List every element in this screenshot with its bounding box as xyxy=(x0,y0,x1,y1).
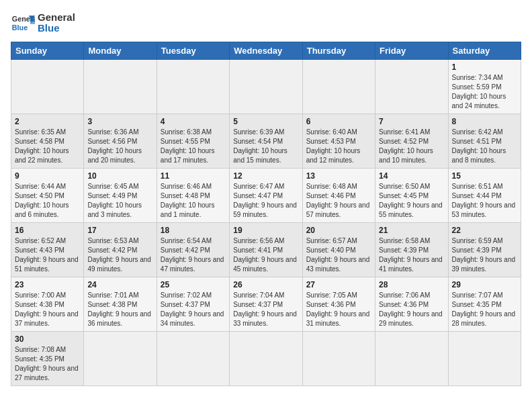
calendar-cell: 26Sunrise: 7:04 AM Sunset: 4:37 PM Dayli… xyxy=(230,277,302,332)
logo-blue: Blue xyxy=(38,23,75,34)
day-info: Sunrise: 6:39 AM Sunset: 4:54 PM Dayligh… xyxy=(233,128,298,165)
calendar-cell xyxy=(375,332,448,386)
calendar-cell xyxy=(230,60,302,114)
weekday-header-sunday: Sunday xyxy=(11,42,84,60)
calendar-cell: 20Sunrise: 6:57 AM Sunset: 4:40 PM Dayli… xyxy=(302,223,375,277)
day-info: Sunrise: 7:04 AM Sunset: 4:37 PM Dayligh… xyxy=(233,291,298,328)
day-info: Sunrise: 7:08 AM Sunset: 4:35 PM Dayligh… xyxy=(15,345,80,383)
weekday-header-wednesday: Wednesday xyxy=(230,42,302,60)
day-info: Sunrise: 6:35 AM Sunset: 4:58 PM Dayligh… xyxy=(15,128,80,165)
calendar-cell xyxy=(375,60,448,114)
calendar-cell xyxy=(230,332,302,386)
day-number: 25 xyxy=(161,280,226,289)
calendar-cell: 8Sunrise: 6:42 AM Sunset: 4:51 PM Daylig… xyxy=(448,114,521,169)
day-info: Sunrise: 7:06 AM Sunset: 4:36 PM Dayligh… xyxy=(379,291,444,328)
calendar-cell: 21Sunrise: 6:58 AM Sunset: 4:39 PM Dayli… xyxy=(375,223,448,277)
day-number: 30 xyxy=(15,334,80,344)
calendar-cell: 7Sunrise: 6:41 AM Sunset: 4:52 PM Daylig… xyxy=(375,114,448,169)
calendar-header: SundayMondayTuesdayWednesdayThursdayFrid… xyxy=(11,42,521,60)
day-info: Sunrise: 6:41 AM Sunset: 4:52 PM Dayligh… xyxy=(379,128,444,165)
calendar-week-row: 1Sunrise: 7:34 AM Sunset: 5:59 PM Daylig… xyxy=(11,60,521,114)
day-number: 23 xyxy=(15,280,80,289)
day-info: Sunrise: 6:56 AM Sunset: 4:41 PM Dayligh… xyxy=(233,236,298,274)
calendar-cell xyxy=(11,60,84,114)
day-info: Sunrise: 6:46 AM Sunset: 4:48 PM Dayligh… xyxy=(161,182,226,220)
day-number: 18 xyxy=(161,226,226,235)
calendar-cell: 11Sunrise: 6:46 AM Sunset: 4:48 PM Dayli… xyxy=(157,169,229,223)
calendar-cell: 23Sunrise: 7:00 AM Sunset: 4:38 PM Dayli… xyxy=(11,277,84,332)
day-number: 27 xyxy=(306,280,371,289)
calendar-cell: 30Sunrise: 7:08 AM Sunset: 4:35 PM Dayli… xyxy=(11,332,84,386)
day-info: Sunrise: 6:53 AM Sunset: 4:42 PM Dayligh… xyxy=(87,236,152,274)
day-info: Sunrise: 6:48 AM Sunset: 4:46 PM Dayligh… xyxy=(306,182,371,220)
day-number: 17 xyxy=(87,226,152,235)
calendar-cell: 4Sunrise: 6:38 AM Sunset: 4:55 PM Daylig… xyxy=(157,114,229,169)
calendar-week-row: 9Sunrise: 6:44 AM Sunset: 4:50 PM Daylig… xyxy=(11,169,521,223)
day-number: 22 xyxy=(452,226,517,235)
day-number: 24 xyxy=(87,280,152,289)
day-number: 21 xyxy=(379,226,444,235)
day-number: 29 xyxy=(452,280,517,289)
calendar-cell: 28Sunrise: 7:06 AM Sunset: 4:36 PM Dayli… xyxy=(375,277,448,332)
logo-icon: General Blue xyxy=(11,11,35,35)
calendar-cell: 12Sunrise: 6:47 AM Sunset: 4:47 PM Dayli… xyxy=(230,169,302,223)
day-number: 14 xyxy=(379,171,444,181)
calendar-cell xyxy=(302,60,375,114)
calendar-week-row: 23Sunrise: 7:00 AM Sunset: 4:38 PM Dayli… xyxy=(11,277,521,332)
day-info: Sunrise: 7:00 AM Sunset: 4:38 PM Dayligh… xyxy=(15,291,80,328)
calendar-cell: 19Sunrise: 6:56 AM Sunset: 4:41 PM Dayli… xyxy=(230,223,302,277)
weekday-header-monday: Monday xyxy=(84,42,157,60)
calendar-cell xyxy=(84,60,157,114)
calendar-cell: 16Sunrise: 6:52 AM Sunset: 4:43 PM Dayli… xyxy=(11,223,84,277)
calendar-cell xyxy=(302,332,375,386)
calendar-cell xyxy=(448,332,521,386)
day-number: 15 xyxy=(452,171,517,181)
day-info: Sunrise: 6:54 AM Sunset: 4:42 PM Dayligh… xyxy=(161,236,226,274)
day-number: 16 xyxy=(15,226,80,235)
calendar-table: SundayMondayTuesdayWednesdayThursdayFrid… xyxy=(11,42,521,386)
day-info: Sunrise: 7:07 AM Sunset: 4:35 PM Dayligh… xyxy=(452,291,517,328)
svg-text:Blue: Blue xyxy=(12,24,28,32)
weekday-row: SundayMondayTuesdayWednesdayThursdayFrid… xyxy=(11,42,521,60)
calendar-cell xyxy=(84,332,157,386)
page-header: General Blue General Blue xyxy=(11,11,521,35)
day-number: 11 xyxy=(161,171,226,181)
day-number: 8 xyxy=(452,117,517,126)
day-number: 6 xyxy=(306,117,371,126)
day-number: 4 xyxy=(161,117,226,126)
weekday-header-tuesday: Tuesday xyxy=(157,42,229,60)
weekday-header-saturday: Saturday xyxy=(448,42,521,60)
logo: General Blue General Blue xyxy=(11,11,75,35)
day-info: Sunrise: 6:38 AM Sunset: 4:55 PM Dayligh… xyxy=(161,128,226,165)
day-info: Sunrise: 7:02 AM Sunset: 4:37 PM Dayligh… xyxy=(161,291,226,328)
calendar-week-row: 2Sunrise: 6:35 AM Sunset: 4:58 PM Daylig… xyxy=(11,114,521,169)
day-info: Sunrise: 6:44 AM Sunset: 4:50 PM Dayligh… xyxy=(15,182,80,220)
calendar-cell: 18Sunrise: 6:54 AM Sunset: 4:42 PM Dayli… xyxy=(157,223,229,277)
calendar-week-row: 30Sunrise: 7:08 AM Sunset: 4:35 PM Dayli… xyxy=(11,332,521,386)
calendar-cell xyxy=(157,332,229,386)
calendar-body: 1Sunrise: 7:34 AM Sunset: 5:59 PM Daylig… xyxy=(11,60,521,386)
calendar-cell: 15Sunrise: 6:51 AM Sunset: 4:44 PM Dayli… xyxy=(448,169,521,223)
day-number: 1 xyxy=(452,62,517,72)
calendar-cell: 13Sunrise: 6:48 AM Sunset: 4:46 PM Dayli… xyxy=(302,169,375,223)
calendar-cell: 24Sunrise: 7:01 AM Sunset: 4:38 PM Dayli… xyxy=(84,277,157,332)
calendar-cell xyxy=(157,60,229,114)
day-info: Sunrise: 6:50 AM Sunset: 4:45 PM Dayligh… xyxy=(379,182,444,220)
calendar-cell: 3Sunrise: 6:36 AM Sunset: 4:56 PM Daylig… xyxy=(84,114,157,169)
day-number: 19 xyxy=(233,226,298,235)
weekday-header-friday: Friday xyxy=(375,42,448,60)
weekday-header-thursday: Thursday xyxy=(302,42,375,60)
calendar-week-row: 16Sunrise: 6:52 AM Sunset: 4:43 PM Dayli… xyxy=(11,223,521,277)
day-info: Sunrise: 6:45 AM Sunset: 4:49 PM Dayligh… xyxy=(87,182,152,220)
calendar-cell: 2Sunrise: 6:35 AM Sunset: 4:58 PM Daylig… xyxy=(11,114,84,169)
day-number: 10 xyxy=(87,171,152,181)
day-info: Sunrise: 6:59 AM Sunset: 4:39 PM Dayligh… xyxy=(452,236,517,274)
day-number: 20 xyxy=(306,226,371,235)
day-number: 12 xyxy=(233,171,298,181)
calendar-cell: 22Sunrise: 6:59 AM Sunset: 4:39 PM Dayli… xyxy=(448,223,521,277)
logo-general: General xyxy=(38,12,75,24)
calendar-cell: 1Sunrise: 7:34 AM Sunset: 5:59 PM Daylig… xyxy=(448,60,521,114)
day-info: Sunrise: 6:42 AM Sunset: 4:51 PM Dayligh… xyxy=(452,128,517,165)
calendar-cell: 29Sunrise: 7:07 AM Sunset: 4:35 PM Dayli… xyxy=(448,277,521,332)
calendar-cell: 25Sunrise: 7:02 AM Sunset: 4:37 PM Dayli… xyxy=(157,277,229,332)
